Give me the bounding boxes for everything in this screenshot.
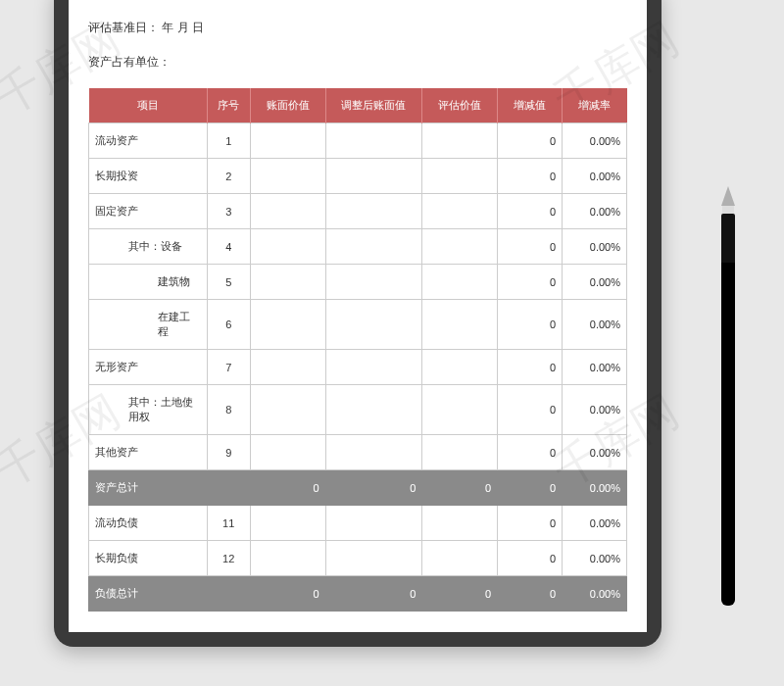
cell-adj xyxy=(325,350,422,385)
col-eval: 评估价值 xyxy=(422,88,498,123)
cell-book xyxy=(250,194,325,229)
table-row: 在建工程600.00% xyxy=(89,300,627,350)
table-row: 无形资产700.00% xyxy=(89,350,627,385)
col-item: 项目 xyxy=(89,88,208,123)
cell-eval xyxy=(422,265,498,300)
cell-seq xyxy=(207,470,250,506)
cell-seq: 1 xyxy=(207,123,250,159)
cell-item: 无形资产 xyxy=(89,350,208,385)
pen-body xyxy=(721,263,735,576)
cell-item: 负债总计 xyxy=(89,576,208,612)
cell-rate: 0.00% xyxy=(563,470,627,506)
cell-diff: 0 xyxy=(498,194,563,229)
cell-seq: 2 xyxy=(207,159,250,194)
cell-book xyxy=(250,229,325,265)
table-row: 其中：土地使用权800.00% xyxy=(89,385,627,435)
cell-diff: 0 xyxy=(498,350,563,385)
pen-collar xyxy=(722,206,734,214)
table-total-row: 负债总计00000.00% xyxy=(89,576,627,612)
cell-eval: 0 xyxy=(422,470,498,506)
cell-book xyxy=(250,435,325,470)
table-row: 建筑物500.00% xyxy=(89,265,627,300)
cell-rate: 0.00% xyxy=(563,265,627,300)
cell-adj xyxy=(325,541,422,576)
cell-eval xyxy=(422,123,498,159)
table-row: 长期负债1200.00% xyxy=(89,541,627,576)
cell-seq xyxy=(207,576,250,612)
document-content: 评估基准日： 年 月 日 资产占有单位： 项目 序号 账面价值 调整后账面值 评… xyxy=(69,0,647,612)
table-row: 长期投资200.00% xyxy=(89,159,627,194)
col-seq: 序号 xyxy=(207,88,250,123)
cell-seq: 5 xyxy=(207,265,250,300)
table-row: 流动资产100.00% xyxy=(89,123,627,159)
cell-eval xyxy=(422,350,498,385)
cell-adj xyxy=(325,265,422,300)
tablet-screen: 评估基准日： 年 月 日 资产占有单位： 项目 序号 账面价值 调整后账面值 评… xyxy=(69,0,647,632)
cell-item: 其中：设备 xyxy=(89,229,208,265)
cell-book xyxy=(250,350,325,385)
cell-eval xyxy=(422,385,498,435)
cell-book: 0 xyxy=(250,470,325,506)
cell-diff: 0 xyxy=(498,541,563,576)
cell-book: 0 xyxy=(250,576,325,612)
cell-rate: 0.00% xyxy=(563,385,627,435)
cell-item: 在建工程 xyxy=(89,300,208,350)
cell-item: 其他资产 xyxy=(89,435,208,470)
cell-book xyxy=(250,265,325,300)
cell-rate: 0.00% xyxy=(563,576,627,612)
cell-item: 长期负债 xyxy=(89,541,208,576)
cell-adj xyxy=(325,229,422,265)
cell-rate: 0.00% xyxy=(563,123,627,159)
cell-diff: 0 xyxy=(498,265,563,300)
asset-evaluation-table: 项目 序号 账面价值 调整后账面值 评估价值 增减值 增减率 流动资产100.0… xyxy=(88,88,627,612)
cell-book xyxy=(250,159,325,194)
cell-diff: 0 xyxy=(498,229,563,265)
cell-seq: 8 xyxy=(207,385,250,435)
cell-eval xyxy=(422,541,498,576)
cell-diff: 0 xyxy=(498,470,563,506)
cell-book xyxy=(250,541,325,576)
baseline-date-label: 评估基准日： 年 月 日 xyxy=(88,20,627,36)
cell-diff: 0 xyxy=(498,123,563,159)
cell-eval xyxy=(422,159,498,194)
cell-book xyxy=(250,506,325,541)
table-body: 流动资产100.00%长期投资200.00%固定资产300.00%其中：设备40… xyxy=(89,123,627,612)
cell-rate: 0.00% xyxy=(563,229,627,265)
cell-item: 固定资产 xyxy=(89,194,208,229)
col-adj: 调整后账面值 xyxy=(325,88,422,123)
table-total-row: 资产总计00000.00% xyxy=(89,470,627,506)
pen-grip xyxy=(721,214,735,263)
cell-item: 流动负债 xyxy=(89,506,208,541)
cell-item: 其中：土地使用权 xyxy=(89,385,208,435)
tablet-frame: 评估基准日： 年 月 日 资产占有单位： 项目 序号 账面价值 调整后账面值 评… xyxy=(54,0,662,647)
cell-seq: 12 xyxy=(207,541,250,576)
pen-decoration xyxy=(721,186,735,608)
cell-eval xyxy=(422,300,498,350)
pen-tip xyxy=(721,186,735,206)
cell-seq: 9 xyxy=(207,435,250,470)
cell-seq: 6 xyxy=(207,300,250,350)
cell-item: 资产总计 xyxy=(89,470,208,506)
cell-seq: 11 xyxy=(207,506,250,541)
cell-adj xyxy=(325,300,422,350)
col-book: 账面价值 xyxy=(250,88,325,123)
cell-rate: 0.00% xyxy=(563,194,627,229)
cell-seq: 7 xyxy=(207,350,250,385)
cell-adj xyxy=(325,123,422,159)
cell-diff: 0 xyxy=(498,300,563,350)
cell-adj: 0 xyxy=(325,470,422,506)
cell-diff: 0 xyxy=(498,506,563,541)
cell-book xyxy=(250,300,325,350)
cell-book xyxy=(250,123,325,159)
cell-diff: 0 xyxy=(498,159,563,194)
cell-eval xyxy=(422,435,498,470)
cell-adj: 0 xyxy=(325,576,422,612)
col-diff: 增减值 xyxy=(498,88,563,123)
pen-cap xyxy=(721,576,735,606)
cell-adj xyxy=(325,506,422,541)
cell-adj xyxy=(325,435,422,470)
cell-eval xyxy=(422,506,498,541)
cell-seq: 3 xyxy=(207,194,250,229)
table-row: 流动负债1100.00% xyxy=(89,506,627,541)
cell-rate: 0.00% xyxy=(563,541,627,576)
